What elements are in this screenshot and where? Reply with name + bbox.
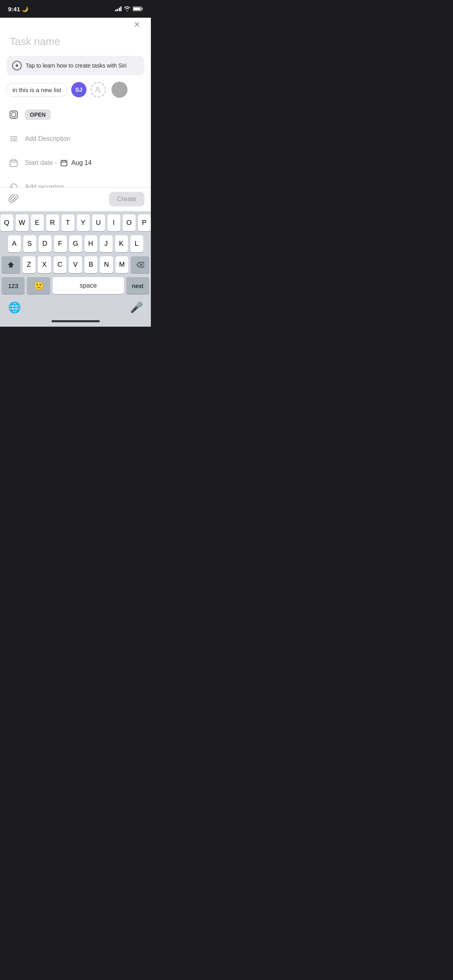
wifi-icon (124, 6, 130, 11)
task-name-input[interactable] (10, 35, 141, 48)
key-e[interactable]: E (31, 214, 44, 231)
recurring-icon (8, 181, 19, 187)
key-u[interactable]: U (92, 214, 105, 231)
attach-button[interactable] (6, 192, 21, 206)
recurring-row[interactable]: Add recurring (0, 175, 151, 187)
list-row: in this is a new list SJ (0, 82, 151, 103)
key-f[interactable]: F (54, 235, 67, 252)
key-j[interactable]: J (100, 235, 113, 252)
globe-icon[interactable]: 🌐 (8, 301, 21, 314)
signal-icon (115, 6, 122, 11)
key-a[interactable]: A (8, 235, 21, 252)
keyboard-bottom: 🌐 🎤 (2, 298, 149, 315)
key-d[interactable]: D (39, 235, 51, 252)
svg-marker-22 (8, 262, 14, 268)
svg-rect-1 (142, 8, 143, 10)
keyboard-row-2: A S D F G H J K L (2, 235, 149, 252)
svg-rect-6 (10, 111, 17, 118)
next-key[interactable]: next (126, 277, 149, 294)
date-row[interactable]: Start date - Aug 14 (0, 151, 151, 175)
start-date-label: Start date - (25, 159, 57, 167)
checkbox-icon (8, 109, 19, 120)
key-r[interactable]: R (46, 214, 59, 231)
key-o[interactable]: O (123, 214, 136, 231)
key-l[interactable]: L (130, 235, 143, 252)
key-p[interactable]: P (138, 214, 151, 231)
keyboard: Q W E R T Y U I O P A S D F G H J K L (0, 211, 151, 315)
svg-rect-7 (12, 113, 16, 117)
avatar-sj[interactable]: SJ (71, 82, 86, 97)
close-button[interactable]: ✕ (131, 19, 143, 31)
shift-key[interactable] (2, 256, 20, 273)
status-time: 9:41 🌙 (8, 6, 28, 12)
svg-rect-18 (61, 161, 67, 166)
info-icon (12, 61, 22, 70)
key-v[interactable]: V (69, 256, 82, 273)
date-value-icon (60, 159, 68, 167)
emoji-key[interactable]: 🙂 (27, 277, 50, 294)
siri-banner[interactable]: Tap to learn how to create tasks with Si… (6, 56, 144, 75)
task-name-row (0, 31, 151, 56)
description-icon (8, 133, 19, 144)
recurring-label: Add recurring (25, 183, 143, 187)
list-pill[interactable]: in this is a new list (6, 83, 67, 97)
siri-banner-text: Tap to learn how to create tasks with Si… (26, 62, 127, 69)
battery-icon (133, 6, 143, 11)
status-icons (115, 6, 143, 11)
numbers-key[interactable]: 123 (2, 277, 25, 294)
key-i[interactable]: I (107, 214, 120, 231)
key-m[interactable]: M (115, 256, 129, 273)
key-t[interactable]: T (62, 214, 74, 231)
key-k[interactable]: K (115, 235, 128, 252)
moon-icon: 🌙 (22, 6, 28, 12)
create-button[interactable]: Create (109, 192, 144, 206)
open-badge[interactable]: OPEN (25, 109, 51, 120)
modal-sheet: ✕ Tap to learn how to create tasks with … (0, 12, 151, 327)
key-g[interactable]: G (69, 235, 82, 252)
key-x[interactable]: X (38, 256, 51, 273)
open-row[interactable]: OPEN (0, 103, 151, 127)
key-z[interactable]: Z (23, 256, 36, 273)
key-q[interactable]: Q (0, 214, 13, 231)
keyboard-row-4: 123 🙂 space next (2, 277, 149, 294)
status-bar: 9:41 🌙 (0, 0, 151, 18)
start-date-icon (8, 157, 19, 169)
svg-rect-2 (134, 8, 141, 10)
space-key[interactable]: space (53, 277, 124, 294)
key-h[interactable]: H (84, 235, 97, 252)
key-n[interactable]: N (100, 256, 113, 273)
date-value: Aug 14 (71, 159, 92, 167)
mic-icon[interactable]: 🎤 (130, 301, 143, 314)
description-label: Add Description (25, 135, 143, 142)
delete-key[interactable] (131, 256, 149, 273)
svg-point-3 (97, 87, 99, 90)
add-person-button[interactable] (91, 82, 106, 97)
key-b[interactable]: B (84, 256, 98, 273)
bottom-toolbar: Create (0, 187, 151, 211)
person-add-icon (95, 86, 101, 93)
description-row[interactable]: Add Description (0, 127, 151, 151)
date-row-content: Start date - Aug 14 (25, 159, 92, 167)
key-w[interactable]: W (16, 214, 29, 231)
home-bar (51, 320, 100, 322)
key-y[interactable]: Y (77, 214, 90, 231)
svg-rect-14 (10, 160, 17, 167)
key-c[interactable]: C (54, 256, 67, 273)
key-s[interactable]: S (23, 235, 36, 252)
gray-circle-indicator (111, 82, 128, 98)
keyboard-row-1: Q W E R T Y U I O P (2, 214, 149, 231)
keyboard-row-3: Z X C V B N M (2, 256, 149, 273)
home-indicator (0, 315, 151, 327)
